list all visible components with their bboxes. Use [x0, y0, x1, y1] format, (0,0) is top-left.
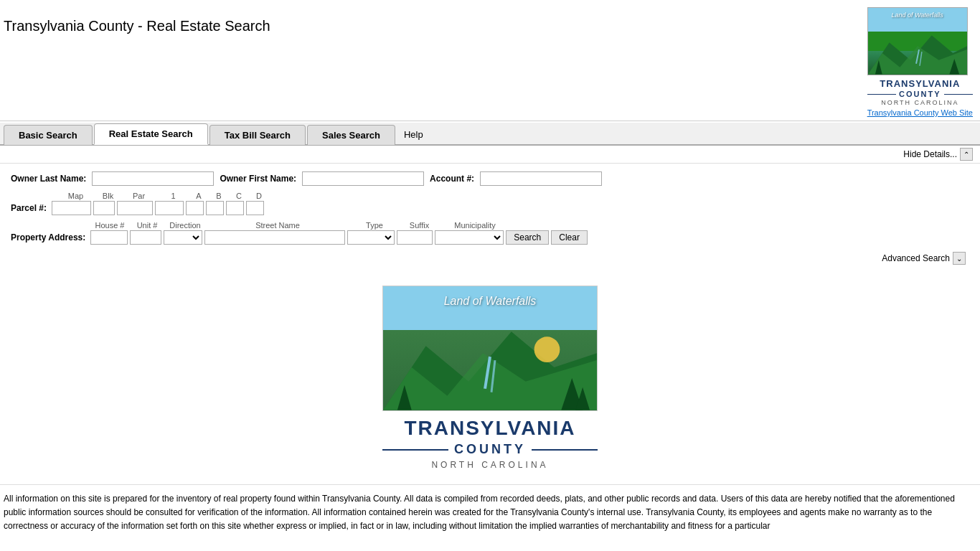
- street-name-input[interactable]: [204, 230, 345, 245]
- center-divider: COUNTY: [382, 442, 598, 457]
- parcel-b-sublabel: B: [209, 192, 229, 200]
- unit-num-input[interactable]: [130, 230, 161, 245]
- addr-suffix-sublabel: Suffix: [400, 221, 439, 230]
- parcel-1-input[interactable]: [155, 201, 184, 215]
- address-label: Property Address:: [11, 232, 85, 242]
- addr-type-sublabel: Type: [349, 221, 400, 230]
- owner-first-name-label: Owner First Name:: [220, 174, 296, 184]
- account-input[interactable]: [480, 171, 602, 186]
- center-logo: Land of Waterfalls TRANSYLVANIA COUNTY: [0, 286, 980, 470]
- addr-municipality-sublabel: Municipality: [439, 221, 511, 230]
- parcel-par-sublabel: Par: [120, 192, 158, 200]
- parcel-blk-sublabel: Blk: [96, 192, 120, 200]
- parcel-b-input[interactable]: [206, 201, 224, 215]
- search-button[interactable]: Search: [506, 230, 549, 245]
- owner-first-name-input[interactable]: [302, 171, 424, 186]
- svg-point-13: [534, 336, 560, 362]
- center-transylvania-text: TRANSYLVANIA: [382, 417, 598, 440]
- center-brand: TRANSYLVANIA COUNTY NORTH CAROLINA: [382, 417, 598, 470]
- logo-area: Land of Waterfalls TRANSYLVANIA COUNTY N…: [867, 7, 973, 117]
- advanced-search-button[interactable]: Advanced Search ⌄: [882, 252, 966, 265]
- address-sublabels: House # Unit # Direction Street Name Typ…: [90, 221, 969, 230]
- page-header: Transylvania County - Real Estate Search…: [0, 0, 980, 121]
- center-logo-land: Land of Waterfalls: [444, 295, 537, 308]
- addr-dir-sublabel: Direction: [164, 221, 206, 230]
- municipality-select[interactable]: BREVARD ROSMAN TRANSYLVANIA COUNTY: [435, 230, 504, 245]
- parcel-sublabels: Map Blk Par 1 A B C D: [55, 192, 969, 200]
- parcel-section: Map Blk Par 1 A B C D Parcel #:: [7, 190, 973, 220]
- parcel-blk-input[interactable]: [93, 201, 115, 215]
- hide-details-bar: Hide Details... ⌃: [0, 146, 980, 164]
- parcel-a-input[interactable]: [186, 201, 204, 215]
- tab-bar: Basic Search Real Estate Search Tax Bill…: [0, 123, 980, 146]
- street-type-select[interactable]: ST AVE BLVD DR CT RD LN WAY CIR PL: [347, 230, 395, 245]
- parcel-inputs: Parcel #:: [11, 201, 969, 215]
- help-link[interactable]: Help: [397, 125, 430, 144]
- address-section: House # Unit # Direction Street Name Typ…: [7, 220, 973, 249]
- parcel-d-input[interactable]: [246, 201, 264, 215]
- website-link[interactable]: Transylvania County Web Site: [867, 108, 973, 117]
- parcel-map-sublabel: Map: [55, 192, 96, 200]
- account-label: Account #:: [430, 174, 474, 184]
- logo-transylvania-text: TRANSYLVANIA: [867, 78, 973, 89]
- address-inputs: Property Address: N S E W NE NW SE SW ST…: [11, 230, 969, 245]
- parcel-c-input[interactable]: [226, 201, 244, 215]
- direction-select[interactable]: N S E W NE NW SE SW: [164, 230, 202, 245]
- addr-house-sublabel: House #: [90, 221, 130, 230]
- page-title: Transylvania County - Real Estate Search: [4, 18, 270, 34]
- center-logo-box: Land of Waterfalls TRANSYLVANIA COUNTY: [382, 286, 598, 470]
- center-county-text: COUNTY: [454, 442, 526, 457]
- parcel-par-input[interactable]: [117, 201, 153, 215]
- tab-tax-bill[interactable]: Tax Bill Search: [209, 125, 306, 145]
- logo-nc-text: NORTH CAROLINA: [867, 99, 973, 106]
- clear-button[interactable]: Clear: [551, 230, 588, 245]
- parcel-map-input[interactable]: [52, 201, 91, 215]
- logo-county-text: COUNTY: [899, 90, 941, 98]
- suffix-input[interactable]: [397, 230, 433, 245]
- center-logo-image: Land of Waterfalls: [382, 286, 598, 411]
- parcel-a-sublabel: A: [189, 192, 209, 200]
- search-form: Owner Last Name: Owner First Name: Accou…: [0, 164, 980, 271]
- tab-basic[interactable]: Basic Search: [4, 125, 93, 145]
- addr-unit-sublabel: Unit #: [130, 221, 164, 230]
- collapse-icon: ⌃: [960, 148, 973, 161]
- owner-last-name-label: Owner Last Name:: [11, 174, 86, 184]
- center-nc-text: NORTH CAROLINA: [382, 460, 598, 470]
- parcel-d-sublabel: D: [249, 192, 269, 200]
- hide-details-button[interactable]: Hide Details... ⌃: [903, 148, 973, 161]
- parcel-label: Parcel #:: [11, 203, 47, 213]
- tab-sales[interactable]: Sales Search: [307, 125, 395, 145]
- logo-mountain-svg: [868, 32, 967, 75]
- addr-street-sublabel: Street Name: [206, 221, 349, 230]
- logo-brand: TRANSYLVANIA COUNTY NORTH CAROLINA: [867, 78, 973, 106]
- owner-row: Owner Last Name: Owner First Name: Accou…: [7, 167, 973, 190]
- house-num-input[interactable]: [90, 230, 128, 245]
- center-mountain-svg: [383, 324, 597, 410]
- parcel-1-sublabel: 1: [158, 192, 189, 200]
- expand-icon: ⌄: [953, 252, 966, 265]
- logo-land-text: Land of Waterfalls: [891, 11, 943, 19]
- parcel-c-sublabel: C: [229, 192, 249, 200]
- advanced-search-row: Advanced Search ⌄: [7, 249, 973, 268]
- tab-real-estate[interactable]: Real Estate Search: [94, 123, 208, 145]
- header-logo-image: Land of Waterfalls: [867, 7, 968, 75]
- owner-last-name-input[interactable]: [92, 171, 214, 186]
- disclaimer-text: All information on this site is prepared…: [0, 484, 980, 541]
- logo-divider: COUNTY: [867, 90, 973, 98]
